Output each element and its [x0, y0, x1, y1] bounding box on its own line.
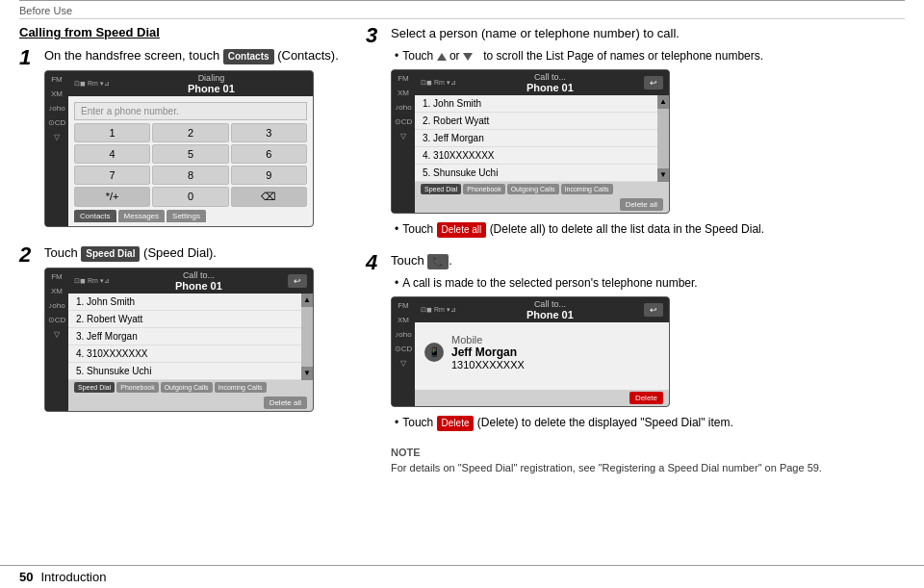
page-number: 50 — [19, 570, 33, 584]
num-1[interactable]: 1 — [74, 123, 150, 142]
step-2-text: Touch Speed Dial (Speed Dial). — [44, 244, 346, 262]
step-3-bullet-1: Touch or to scroll the List Page of name… — [391, 48, 905, 64]
step-4-b1-text: A call is made to the selected person's … — [402, 275, 697, 292]
scroll-up[interactable]: ▲ — [301, 294, 313, 307]
scrollbar: ▲ ▼ — [301, 294, 313, 380]
step-4-bullet-1: A call is made to the selected person's … — [391, 275, 905, 292]
s3-bottom-tabs: Speed Dial Phonebook Outgoing Calls Inco… — [415, 182, 669, 196]
s3-scroll-down[interactable]: ▼ — [657, 168, 669, 182]
screen-call-list-right: FM XM ♪oho ⊙CD ▽ ⊡◼ Rm ▾⊿ Call to... — [391, 69, 670, 214]
step-2: 2 Touch Speed Dial (Speed Dial). FM XM ♪… — [19, 244, 346, 420]
step-1-content: On the handsfree screen, touch Contacts … — [44, 47, 346, 235]
note-section: NOTE For details on "Speed Dial" registr… — [391, 441, 905, 475]
delete-all-button[interactable]: Delete all — [264, 396, 307, 409]
phone-input[interactable]: Enter a phone number. — [74, 102, 307, 120]
note-text: For details on "Speed Dial" registration… — [391, 461, 905, 475]
s4-v-icon: ▽ — [400, 359, 406, 368]
step-3-text: Select a person (name or telephone numbe… — [391, 25, 905, 42]
delete-all-row: Delete all — [68, 395, 313, 411]
s3-list-item-5[interactable]: 5. Shunsuke Uchi — [415, 165, 669, 182]
tab-settings[interactable]: Settings — [167, 210, 206, 222]
num-8[interactable]: 8 — [152, 166, 228, 185]
btab-incoming[interactable]: Incoming Calls — [215, 382, 267, 393]
cd-icon: ⊙CD — [48, 118, 66, 127]
num-7[interactable]: 7 — [74, 166, 150, 185]
list-item-4[interactable]: 4. 310XXXXXXX — [68, 345, 313, 363]
list-item-3[interactable]: 3. Jeff Morgan — [68, 328, 313, 345]
tab-messages[interactable]: Messages — [118, 210, 165, 222]
s3-list-item-1[interactable]: 1. John Smith — [415, 95, 669, 113]
s2-v-icon: ▽ — [54, 330, 60, 339]
screen-main: ⊡◼ Rm ▾⊿ Dialing Phone 01 Enter a phone … — [68, 71, 313, 226]
s3-fm-icon: FM — [398, 74, 409, 83]
list-item-1[interactable]: 1. John Smith — [68, 294, 313, 311]
step-2-text-before: Touch — [44, 245, 78, 260]
num-star[interactable]: */+ — [74, 187, 150, 207]
s3-list-item-3[interactable]: 3. Jeff Morgan — [415, 130, 669, 147]
btab-phonebook[interactable]: Phonebook — [116, 382, 158, 393]
list-item-5[interactable]: 5. Shunsuke Uchi — [68, 363, 313, 380]
s3-cd-icon: ⊙CD — [395, 117, 413, 126]
screen4-sidebar: FM XM ♪oho ⊙CD ▽ — [392, 297, 415, 406]
delete-button[interactable]: Delete — [629, 392, 663, 404]
num-9[interactable]: 9 — [231, 166, 307, 185]
s4-fm-icon: FM — [398, 301, 409, 310]
s3-scroll-up[interactable]: ▲ — [657, 95, 669, 109]
screen3-main: ⊡◼ Rm ▾⊿ Call to... Phone 01 ↩ 1. John S… — [415, 70, 669, 213]
s3-btab-outgoing[interactable]: Outgoing Calls — [507, 184, 559, 194]
btab-outgoing[interactable]: Outgoing Calls — [161, 382, 213, 393]
call-list: 1. John Smith 2. Robert Wyatt 3. Jeff Mo… — [68, 294, 313, 380]
s4-signal: ⊡◼ Rm ▾⊿ — [421, 306, 456, 314]
screen2-sidebar: FM XM ♪oho ⊙CD ▽ — [45, 268, 68, 411]
backspace-btn[interactable]: ⌫ — [231, 187, 307, 207]
step-4-before: Touch — [391, 253, 424, 268]
section-title: Calling from Speed Dial — [19, 25, 346, 39]
person-name: Jeff Morgan — [451, 345, 525, 359]
step-3-b1-text: to scroll the List Page of names or tele… — [483, 48, 763, 64]
step-3: 3 Select a person (name or telephone num… — [366, 25, 905, 243]
page-header-label: Before Use — [0, 1, 924, 18]
numpad: 1 2 3 4 5 6 7 8 9 */+ — [74, 123, 307, 207]
s3-btab-phonebook[interactable]: Phonebook — [463, 184, 504, 194]
num-5[interactable]: 5 — [152, 144, 228, 164]
signal-area: ⊡◼ Rm ▾⊿ — [74, 80, 110, 88]
back-button[interactable]: ↩ — [288, 274, 307, 288]
s3-signal: ⊡◼ Rm ▾⊿ — [421, 79, 456, 87]
page-section: Introduction — [40, 570, 106, 584]
num-0[interactable]: 0 — [152, 187, 228, 207]
screen-tabs: Contacts Messages Settings — [74, 210, 307, 222]
screen4-main: ⊡◼ Rm ▾⊿ Call to... Phone 01 ↩ 📱 — [415, 297, 669, 406]
s3-delete-all-button[interactable]: Delete all — [620, 198, 663, 211]
s3-list-item-4[interactable]: 4. 310XXXXXXX — [415, 147, 669, 165]
s3-scrollbar: ▲ ▼ — [657, 95, 669, 182]
s4-cd-icon: ⊙CD — [395, 345, 413, 353]
main-content: Calling from Speed Dial 1 On the handsfr… — [0, 19, 924, 485]
s3-btab-incoming[interactable]: Incoming Calls — [561, 184, 613, 194]
step-1-number: 1 — [19, 47, 37, 235]
up-arrow-icon — [437, 53, 447, 61]
screen-dialing-title: Dialing — [198, 73, 225, 83]
step-4-b2-before: Touch — [402, 416, 433, 429]
step-4: 4 Touch 📞. A call is made to the selecte… — [366, 252, 905, 475]
num-4[interactable]: 4 — [74, 144, 150, 164]
btab-speed-dial[interactable]: Speed Dial — [74, 382, 115, 393]
list-item-2[interactable]: 2. Robert Wyatt — [68, 311, 313, 328]
s3-back-button[interactable]: ↩ — [644, 76, 663, 89]
option-type: Mobile — [451, 334, 525, 345]
s4-xm-icon: XM — [398, 316, 409, 324]
xm-icon: XM — [51, 89, 63, 98]
phone-icon: 📞 — [427, 254, 449, 269]
num-3[interactable]: 3 — [231, 123, 307, 142]
step-2-text-after: (Speed Dial). — [143, 245, 217, 260]
num-6[interactable]: 6 — [231, 144, 307, 164]
num-2[interactable]: 2 — [152, 123, 228, 142]
tab-contacts[interactable]: Contacts — [74, 210, 116, 222]
detail-option[interactable]: 📱 Mobile Jeff Morgan 1310XXXXXXX — [424, 330, 659, 374]
s4-back-button[interactable]: ↩ — [644, 303, 663, 317]
s2-phone-name: Phone 01 — [175, 280, 222, 292]
s2-signal: ⊡◼ Rm ▾⊿ — [74, 277, 110, 285]
s2-title-area: Call to... Phone 01 — [116, 270, 282, 292]
s3-list-item-2[interactable]: 2. Robert Wyatt — [415, 113, 669, 130]
s3-btab-speed-dial[interactable]: Speed Dial — [421, 184, 461, 194]
scroll-down[interactable]: ▼ — [301, 367, 313, 380]
